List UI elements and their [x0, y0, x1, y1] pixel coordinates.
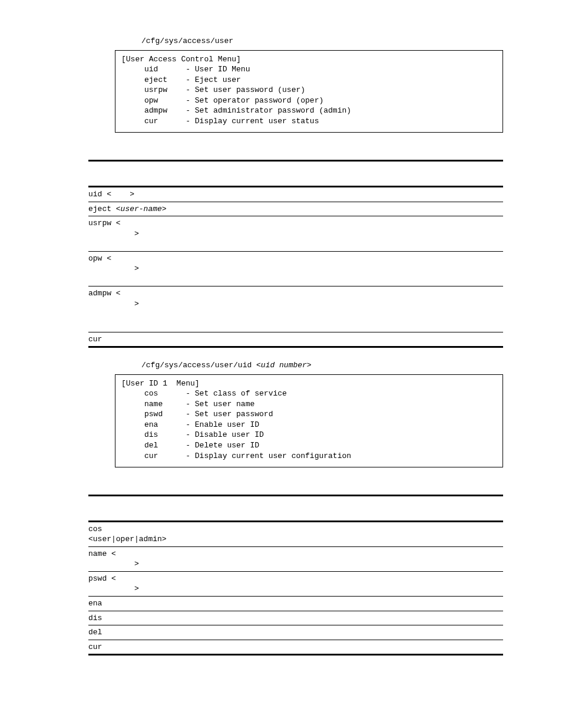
- table-header: Command Syntax and Usage: [88, 495, 171, 521]
- section1-title: User Access Control configuration: [236, 36, 362, 45]
- section1-options-table: Command Syntax and Usage uid <1-10> Disp…: [88, 160, 503, 348]
- table-row: del Deletes the user ID.: [88, 625, 503, 640]
- table-row: eject <user-name> Ejects the specified u…: [88, 202, 503, 216]
- table-row: uid <1-10> Displays the User ID Menu.: [88, 187, 503, 202]
- section1-table-caption: Table 113 User Access Control configurat…: [88, 148, 503, 159]
- table-row: admpw <1-128 characters> Sets the admini…: [88, 286, 503, 332]
- table-row: ena Enables the user ID.: [88, 596, 503, 611]
- table-row: cos <user|oper|admin> Sets the Class-of-…: [88, 521, 503, 546]
- section2-table-caption: Table 114 User ID configuration options: [88, 483, 503, 493]
- section2-code-box: [User ID 1 Menu] cos - Set class of serv…: [115, 374, 503, 467]
- section2-options-table: Command Syntax and Usage cos <user|oper|…: [88, 495, 503, 656]
- table-row: cur Displays the current user status.: [88, 332, 503, 347]
- table-row: dis Disables the user ID.: [88, 611, 503, 625]
- table-header: Command Syntax and Usage: [88, 160, 188, 186]
- section2-heading: /cfg/sys/access/user/uid <uid number> Us…: [141, 360, 503, 371]
- section2-title: User ID configuration: [313, 360, 391, 369]
- table-row: opw <1-128 characters> Sets the operator…: [88, 251, 503, 286]
- section1-heading: /cfg/sys/access/user User Access Control…: [141, 35, 503, 47]
- table-row: name <1-8 characters> Defines the user n…: [88, 546, 503, 571]
- section2-path: /cfg/sys/access/user/uid <uid number>: [141, 361, 312, 370]
- section1-code-box: [User Access Control Menu] uid - User ID…: [115, 50, 503, 133]
- table-row: pswd <1-128 characters> Sets the user pa…: [88, 571, 503, 596]
- section1-path: /cfg/sys/access/user: [141, 37, 233, 45]
- table-row: cur Displays the current user ID configu…: [88, 640, 503, 655]
- table-row: usrpw <1-128 characters> Sets the user (…: [88, 216, 503, 252]
